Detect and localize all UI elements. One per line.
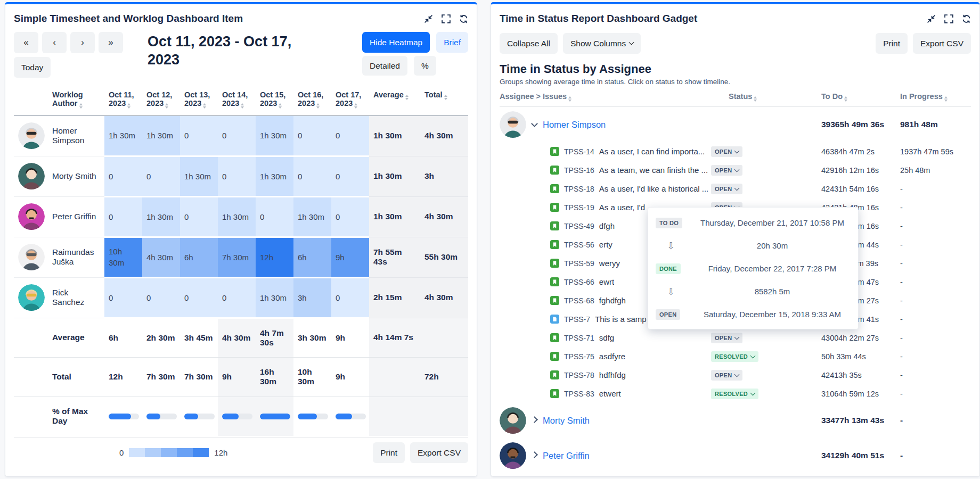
column-header-total[interactable]: Total (420, 83, 468, 115)
column-header-oct-15-2023[interactable]: Oct 15, 2023 (256, 83, 293, 115)
column-header-oct-17-2023[interactable]: Oct 17, 2023 (331, 83, 369, 115)
heatmap-cell: 0 (293, 115, 331, 156)
legend-swatch (161, 448, 177, 457)
worklog-author-name: Morty Smith (48, 156, 104, 196)
percent-button[interactable]: % (414, 56, 436, 76)
column-header-to-do[interactable]: To Do (821, 92, 900, 102)
column-header-oct-16-2023[interactable]: Oct 16, 2023 (293, 83, 331, 115)
chevron-right-icon[interactable] (531, 451, 538, 458)
chevron-down-icon[interactable] (531, 120, 538, 127)
column-header-worklog-author[interactable]: Worklog Author (48, 83, 104, 115)
chevron-down-icon (734, 334, 740, 340)
date-range-heading: Oct 11, 2023 - Oct 17, 2023 (123, 32, 316, 78)
issue-key: TPSS-71 (564, 334, 594, 342)
export-csv-button[interactable]: Export CSV (913, 33, 971, 54)
heatmap-cell: 12h (256, 237, 293, 277)
heatmap-cell: 0 (218, 156, 256, 196)
story-icon (550, 184, 559, 193)
average-cell: 7h 55m 43s (369, 237, 420, 277)
fullscreen-icon[interactable] (442, 14, 451, 23)
collapse-icon[interactable] (927, 14, 936, 23)
status-badge[interactable]: OPEN (711, 146, 742, 157)
print-button[interactable]: Print (876, 33, 908, 54)
status-cell: OPEN (711, 370, 821, 381)
hide-heatmap-button[interactable]: Hide Heatmap (362, 32, 430, 53)
status-badge[interactable]: OPEN (711, 165, 742, 176)
todo-value: 42431h 54m 16s (821, 185, 900, 193)
issue-summary: ewrt (599, 277, 614, 286)
column-header-in-progress[interactable]: In Progress (900, 92, 971, 102)
heatmap-cell: 7h 30m (218, 237, 256, 277)
sort-icon (165, 103, 168, 109)
avatar-rick-sanchez (18, 284, 45, 311)
status-badge[interactable]: OPEN (711, 333, 742, 343)
total-cell: 9h (331, 357, 369, 397)
worklog-author-name: Peter Griffin (48, 196, 104, 237)
arrow-down-icon: ⇩ (656, 286, 687, 298)
issue-key: TPSS-78 (564, 371, 594, 379)
footer-average-cell: 4h 14m 7s (369, 318, 420, 357)
story-icon (550, 370, 559, 379)
issue-key: TPSS-83 (564, 390, 594, 398)
status-table-header: Assignee > IssuesStatusTo DoIn Progress (500, 92, 971, 107)
collapse-icon[interactable] (424, 14, 433, 23)
column-header-oct-11-2023[interactable]: Oct 11, 2023 (104, 83, 142, 115)
detailed-button[interactable]: Detailed (362, 56, 407, 76)
today-button[interactable]: Today (14, 57, 51, 78)
status-badge[interactable]: RESOLVED (711, 389, 758, 399)
nav-last-week-button[interactable]: » (99, 32, 123, 53)
tooltip-text: 8582h 5m (694, 287, 851, 296)
print-button[interactable]: Print (373, 442, 405, 463)
fullscreen-icon[interactable] (944, 14, 953, 23)
tooltip-row: DONEFriday, December 22, 2017 7:28 PM (656, 257, 851, 280)
heatmap-cell: 1h 30m (256, 277, 293, 318)
column-header-oct-14-2023[interactable]: Oct 14, 2023 (218, 83, 256, 115)
column-header-oct-13-2023[interactable]: Oct 13, 2023 (180, 83, 218, 115)
average-cell: 2h 15m (369, 277, 420, 318)
column-header-assignee-issues[interactable]: Assignee > Issues (500, 92, 711, 102)
heatmap-cell: 0 (104, 196, 142, 237)
refresh-icon[interactable] (459, 14, 468, 23)
heatmap-cell: 1h 30m (104, 115, 142, 156)
column-header-average[interactable]: Average (369, 83, 420, 115)
footer-row-pct: % of Max Day (14, 397, 468, 436)
issue-cell: TPSS-18As a user, I'd like a historical … (500, 184, 711, 193)
footer-avatar-spacer (14, 357, 48, 397)
in-progress-value: - (900, 296, 971, 305)
column-header-avatar (14, 83, 48, 115)
export-csv-button[interactable]: Export CSV (410, 442, 468, 463)
total-cell: 4h 30m (420, 277, 468, 318)
avatar-morty-smith (500, 407, 526, 434)
story-icon (550, 221, 559, 230)
column-header-oct-12-2023[interactable]: Oct 12, 2023 (142, 83, 180, 115)
status-badge[interactable]: OPEN (711, 370, 742, 381)
assignee-link[interactable]: Peter Griffin (543, 451, 590, 461)
show-columns-button[interactable]: Show Columns (563, 33, 641, 54)
heatmap-cell: 0 (142, 277, 180, 318)
issue-key: TPSS-14 (564, 147, 594, 156)
status-badge[interactable]: RESOLVED (711, 351, 758, 362)
assignee-link[interactable]: Homer Simpson (543, 120, 606, 130)
progress-fill (222, 414, 239, 419)
issue-cell: TPSS-75asdfyre (500, 352, 711, 361)
nav-next-week-button[interactable]: › (70, 32, 95, 53)
nav-previous-week-button[interactable]: ‹ (42, 32, 67, 53)
column-header-status[interactable]: Status (711, 92, 821, 102)
assignee-link[interactable]: Morty Smith (543, 416, 590, 426)
refresh-icon[interactable] (962, 14, 971, 23)
in-progress-value: - (900, 415, 971, 426)
brief-button[interactable]: Brief (436, 32, 468, 53)
in-progress-value: - (900, 259, 971, 268)
chevron-right-icon[interactable] (531, 416, 538, 423)
sort-icon (844, 96, 847, 102)
average-cell: 4h 7m 30s (256, 318, 293, 357)
issue-row-tpss-71: TPSS-71sdfgOPEN43004h 22m 27s- (500, 328, 971, 347)
nav-first-week-button[interactable]: « (14, 32, 38, 53)
story-icon (550, 333, 559, 342)
issue-row-tpss-78: TPSS-78hdfhfdgOPEN42413h 35s- (500, 366, 971, 384)
status-badge[interactable]: OPEN (711, 184, 742, 194)
issue-summary: This is a samp (595, 315, 647, 324)
worklog-author-name: Rick Sanchez (48, 277, 104, 318)
collapse-all-button[interactable]: Collapse All (500, 33, 558, 54)
arrow-down-icon: ⇩ (656, 240, 687, 252)
